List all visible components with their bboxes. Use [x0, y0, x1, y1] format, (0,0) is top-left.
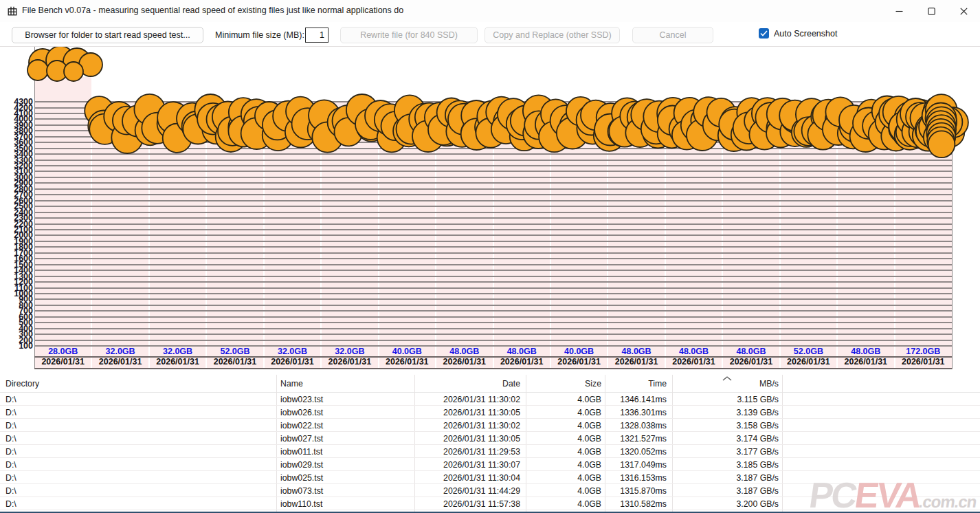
auto-screenshot-checkbox[interactable]: Auto Screenshot [759, 28, 837, 39]
cell-mbs: 3.200 GB/s [675, 499, 779, 509]
cell-mbs: 3.115 GB/s [675, 395, 779, 404]
cell-date: 2026/01/31 11:30:02 [416, 421, 520, 430]
cell-time: 1317.049ms [608, 460, 667, 470]
cell-size: 4.0GB [527, 421, 601, 430]
cell-time: 1320.052ms [608, 447, 667, 457]
cell-mbs: 3.139 GB/s [675, 408, 779, 417]
cell-directory: D:\ [5, 421, 16, 430]
table-row[interactable]: D:\iobw023.tst2026/01/31 11:30:024.0GB13… [0, 393, 980, 406]
cell-name: iobw073.tst [280, 486, 323, 496]
read-speed-chart: 4300420041004000390038003700360035003400… [0, 47, 980, 375]
table-row[interactable]: D:\iobw022.tst2026/01/31 11:30:024.0GB13… [0, 419, 980, 432]
cell-mbs: 3.187 GB/s [675, 473, 779, 483]
toolbar: Browser for folder to start read speed t… [0, 22, 980, 47]
close-button[interactable] [948, 0, 980, 22]
cell-date: 2026/01/31 11:57:38 [416, 499, 520, 509]
minimize-button[interactable] [883, 0, 915, 22]
cell-directory: D:\ [5, 408, 16, 417]
column-header-directory[interactable]: Directory [5, 379, 39, 389]
cell-name: iobw025.tst [280, 473, 323, 483]
app-icon [8, 6, 17, 16]
cell-time: 1328.038ms [608, 421, 667, 430]
auto-screenshot-label: Auto Screenshot [774, 29, 837, 39]
read-speed-points [0, 47, 980, 375]
cell-date: 2026/01/31 11:30:04 [416, 473, 520, 483]
cell-directory: D:\ [5, 395, 16, 404]
results-table: DirectoryNameDateSizeTimeMB/sD:\iobw023.… [0, 375, 980, 512]
cell-time: 1315.870ms [608, 486, 667, 496]
cell-time: 1336.301ms [608, 408, 667, 417]
cell-directory: D:\ [5, 499, 16, 509]
cell-time: 1346.141ms [608, 395, 667, 404]
cell-mbs: 3.177 GB/s [675, 447, 779, 457]
cell-directory: D:\ [5, 447, 16, 457]
cell-mbs: 3.174 GB/s [675, 434, 779, 444]
minimize-icon [895, 8, 903, 15]
rewrite-file-button[interactable]: Rewrite file (for 840 SSD) [340, 27, 478, 43]
cell-mbs: 3.158 GB/s [675, 421, 779, 430]
cell-size: 4.0GB [527, 395, 601, 404]
table-row[interactable]: D:\iobw110.tst2026/01/31 11:57:384.0GB13… [0, 497, 980, 510]
column-header-name[interactable]: Name [280, 379, 303, 389]
cell-name: iobw026.tst [280, 408, 323, 417]
cell-mbs: 3.185 GB/s [675, 460, 779, 470]
min-file-size-input[interactable] [305, 28, 328, 43]
window-title: File Bench v0.07a - measuring sequential… [22, 6, 403, 15]
cell-time: 1316.153ms [608, 473, 667, 483]
cell-name: iobw029.tst [280, 460, 323, 470]
cell-name: iobw027.tst [280, 434, 323, 444]
maximize-button[interactable] [915, 0, 948, 22]
cell-directory: D:\ [5, 486, 16, 496]
table-row[interactable]: D:\iobw011.tst2026/01/31 11:29:534.0GB13… [0, 445, 980, 458]
browse-folder-button[interactable]: Browser for folder to start read speed t… [12, 27, 203, 43]
title-bar[interactable]: File Bench v0.07a - measuring sequential… [0, 0, 980, 22]
cell-directory: D:\ [5, 434, 16, 444]
cell-size: 4.0GB [527, 434, 601, 444]
file-bench-window: File Bench v0.07a - measuring sequential… [0, 0, 980, 513]
cell-name: iobw023.tst [280, 395, 323, 404]
cell-date: 2026/01/31 11:44:29 [416, 486, 520, 496]
table-row[interactable]: D:\iobw025.tst2026/01/31 11:30:044.0GB13… [0, 471, 980, 484]
column-header-time[interactable]: Time [608, 379, 667, 389]
cell-name: iobw022.tst [280, 421, 323, 430]
copy-replace-button[interactable]: Copy and Replace (other SSD) [485, 27, 620, 43]
column-header-date[interactable]: Date [416, 379, 520, 389]
cell-date: 2026/01/31 11:30:05 [416, 408, 520, 417]
maximize-icon [928, 8, 935, 15]
cell-size: 4.0GB [527, 460, 601, 470]
table-row[interactable]: D:\iobw073.tst2026/01/31 11:44:294.0GB13… [0, 484, 980, 497]
cell-name: iobw011.tst [280, 447, 322, 457]
close-icon [960, 8, 968, 15]
cell-size: 4.0GB [527, 447, 601, 457]
cell-size: 4.0GB [527, 473, 601, 483]
cancel-button[interactable]: Cancel [632, 27, 713, 43]
cell-date: 2026/01/31 11:30:07 [416, 460, 520, 470]
checkbox-checked-icon [759, 28, 769, 39]
table-row[interactable]: D:\iobw029.tst2026/01/31 11:30:074.0GB13… [0, 458, 980, 471]
table-row[interactable]: D:\iobw026.tst2026/01/31 11:30:054.0GB13… [0, 406, 980, 419]
cell-directory: D:\ [5, 460, 16, 470]
cell-date: 2026/01/31 11:30:02 [416, 395, 520, 404]
cell-date: 2026/01/31 11:30:05 [416, 434, 520, 444]
cell-name: iobw110.tst [280, 499, 322, 509]
cell-time: 1310.582ms [608, 499, 667, 509]
table-header: DirectoryNameDateSizeTimeMB/s [0, 375, 980, 393]
cell-time: 1321.527ms [608, 434, 667, 444]
cell-mbs: 3.187 GB/s [675, 486, 779, 496]
cell-date: 2026/01/31 11:29:53 [416, 447, 520, 457]
cell-size: 4.0GB [527, 486, 601, 496]
min-file-size-label: Minimum file size (MB): [215, 30, 304, 40]
cell-size: 4.0GB [527, 408, 601, 417]
column-header-size[interactable]: Size [527, 379, 601, 389]
table-row[interactable]: D:\iobw027.tst2026/01/31 11:30:054.0GB13… [0, 432, 980, 445]
cell-size: 4.0GB [527, 499, 601, 509]
cell-directory: D:\ [5, 473, 16, 483]
sort-ascending-icon [722, 376, 732, 381]
